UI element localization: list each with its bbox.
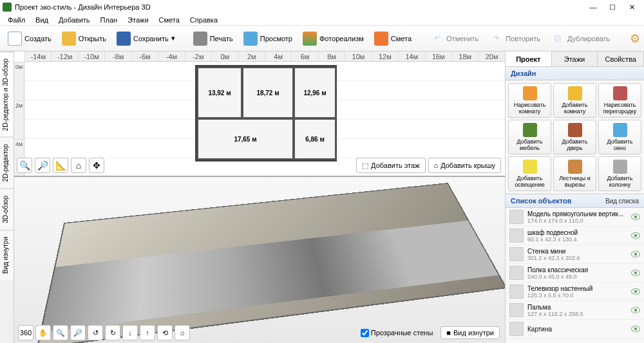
- estimate-button[interactable]: Смета: [370, 30, 415, 48]
- tab-floors[interactable]: Этажи: [552, 51, 598, 66]
- object-list[interactable]: Модель прямоугольник вертик...174.0 x 17…: [506, 208, 644, 343]
- object-thumb: [509, 247, 524, 261]
- object-item[interactable]: Пальма127.4 x 116.2 x 258.5: [506, 301, 644, 320]
- tab-2d[interactable]: 2D-редактор: [0, 137, 14, 189]
- move-button[interactable]: ✥: [89, 158, 104, 173]
- open-button[interactable]: Открыть: [58, 30, 110, 48]
- menu-plan[interactable]: План: [95, 15, 123, 25]
- menu-floors[interactable]: Этажи: [122, 15, 153, 25]
- create-button[interactable]: Создать: [4, 30, 55, 48]
- design-btn-4[interactable]: Добавить дверь: [553, 120, 596, 154]
- visibility-icon[interactable]: [631, 232, 640, 239]
- design-icon: [523, 86, 537, 100]
- zoom-out-button[interactable]: 🔍: [17, 158, 32, 173]
- tab-2d-3d[interactable]: 2D-редактор и 3D-обзор: [0, 51, 14, 137]
- menu-file[interactable]: Файл: [3, 15, 30, 25]
- gear-icon: ⚙: [628, 32, 642, 46]
- tilt-up-button[interactable]: ↑: [140, 325, 155, 340]
- design-btn-6[interactable]: Добавить освещение: [508, 156, 551, 191]
- add-roof-button[interactable]: ⌂Добавить крышу: [428, 158, 502, 173]
- design-btn-3[interactable]: Добавить мебель: [508, 120, 551, 154]
- object-thumb: [509, 210, 524, 224]
- reset-view-button[interactable]: ⟲: [157, 325, 173, 340]
- visibility-icon[interactable]: [631, 214, 640, 220]
- visibility-icon[interactable]: [631, 326, 640, 332]
- zoom-in-button[interactable]: 🔎: [35, 158, 50, 173]
- object-item[interactable]: Модель прямоугольник вертик...174.0 x 17…: [506, 208, 644, 227]
- design-icon: [523, 123, 537, 137]
- titlebar: Проект эко-стиль - Дизайн Интерьера 3D —…: [0, 0, 644, 14]
- tab-3d[interactable]: 3D-обзор: [0, 189, 14, 230]
- menu-add[interactable]: Добавить: [53, 15, 95, 25]
- objects-header: Список объектов Вид списка: [506, 194, 644, 208]
- preview-button[interactable]: Просмотр: [240, 30, 296, 48]
- room[interactable]: 6,86 м: [294, 118, 336, 160]
- undo-button[interactable]: ↶Отменить: [426, 30, 482, 48]
- print-button[interactable]: Печать: [189, 30, 237, 48]
- menu-view[interactable]: Вид: [30, 15, 53, 25]
- floorplan[interactable]: 13,92 м18,72 м12,96 м17,65 м6,86 м: [195, 65, 337, 162]
- visibility-icon[interactable]: [631, 307, 640, 313]
- menu-help[interactable]: Справка: [185, 15, 223, 25]
- design-btn-2[interactable]: Нарисовать перегородку: [598, 83, 641, 118]
- menu-estimate[interactable]: Смета: [154, 15, 185, 25]
- pan-button[interactable]: ✋: [35, 325, 51, 340]
- camera-icon: ■: [446, 329, 451, 337]
- tab-project[interactable]: Проект: [506, 51, 552, 66]
- render-view[interactable]: 360 ✋ 🔍 🔎 ↺ ↻ ↓ ↑ ⟲ ⌂ Прозрачные стены ■…: [14, 177, 505, 343]
- plan-view[interactable]: -14м-12м-10м-8м-6м-4м-2м0м2м4м6м8м10м12м…: [14, 51, 505, 177]
- room[interactable]: 18,72 м: [242, 67, 294, 118]
- design-btn-0[interactable]: Нарисовать комнату: [508, 83, 551, 118]
- zoom-out-3d-button[interactable]: 🔍: [53, 325, 68, 340]
- inside-view-button[interactable]: ■Вид изнутри: [440, 326, 500, 339]
- zoom-in-3d-button[interactable]: 🔎: [70, 325, 86, 340]
- render-3d-scene[interactable]: [36, 183, 505, 343]
- object-item[interactable]: Стенка мини301.2 x 42.3 x 202.6: [506, 245, 644, 264]
- design-btn-1[interactable]: Добавить комнату: [553, 83, 596, 118]
- design-btn-5[interactable]: Добавить окно: [598, 120, 641, 154]
- visibility-icon[interactable]: [631, 270, 640, 276]
- photorealism-button[interactable]: Фотореализм: [299, 30, 368, 48]
- rotate-left-button[interactable]: ↺: [88, 325, 103, 340]
- tab-properties[interactable]: Свойства: [598, 51, 644, 66]
- maximize-button[interactable]: ☐: [608, 3, 617, 12]
- object-item[interactable]: Картина: [506, 320, 644, 338]
- transparent-walls-checkbox[interactable]: Прозрачные стены: [361, 329, 433, 337]
- minimize-button[interactable]: —: [589, 3, 598, 12]
- chevron-down-icon: ▾: [171, 34, 175, 42]
- app-icon: [3, 3, 12, 12]
- room[interactable]: 12,96 м: [294, 67, 336, 118]
- orbit-button[interactable]: 360: [18, 325, 33, 340]
- design-btn-8[interactable]: Добавить колонну: [598, 156, 641, 191]
- object-view-mode[interactable]: Вид списка: [605, 198, 639, 205]
- visibility-icon[interactable]: [631, 251, 640, 257]
- right-panel: Проект Этажи Свойства Дизайн Нарисовать …: [505, 51, 644, 343]
- object-thumb: [509, 322, 524, 336]
- home-3d-button[interactable]: ⌂: [175, 325, 190, 340]
- close-button[interactable]: ✕: [627, 3, 636, 12]
- room[interactable]: 17,65 м: [197, 118, 294, 160]
- design-icon: [568, 123, 582, 137]
- object-thumb: [509, 266, 524, 280]
- room[interactable]: 13,92 м: [197, 67, 242, 118]
- duplicate-button[interactable]: ⿻Дублировать: [547, 30, 614, 48]
- object-item[interactable]: Полка классическая240.0 x 45.0 x 49.0: [506, 264, 644, 283]
- object-item[interactable]: Телевизор настенный125.3 x 5.5 x 70.0: [506, 283, 644, 301]
- home-button[interactable]: ⌂: [71, 158, 86, 173]
- tab-inside[interactable]: Вид изнутри: [0, 230, 14, 280]
- add-floor-button[interactable]: ⬚Добавить этаж: [356, 158, 425, 173]
- object-thumb: [509, 303, 524, 317]
- design-icon: [523, 160, 537, 174]
- visibility-icon[interactable]: [631, 288, 640, 295]
- tilt-down-button[interactable]: ↓: [122, 325, 138, 340]
- rotate-right-button[interactable]: ↻: [105, 325, 120, 340]
- toolbar: Создать Открыть Сохранить▾ Печать Просмо…: [0, 26, 644, 51]
- object-item[interactable]: шкаф подвесной60.1 x 42.3 x 130.4: [506, 227, 644, 245]
- redo-button[interactable]: ↷Повторить: [485, 30, 544, 48]
- design-btn-7[interactable]: Лестницы и вырезы: [553, 156, 596, 191]
- menubar: Файл Вид Добавить План Этажи Смета Справ…: [0, 14, 644, 26]
- save-button[interactable]: Сохранить▾: [113, 30, 179, 48]
- design-header: Дизайн: [506, 67, 644, 80]
- measure-button[interactable]: 📐: [53, 158, 68, 173]
- settings-button[interactable]: ⚙: [624, 30, 644, 48]
